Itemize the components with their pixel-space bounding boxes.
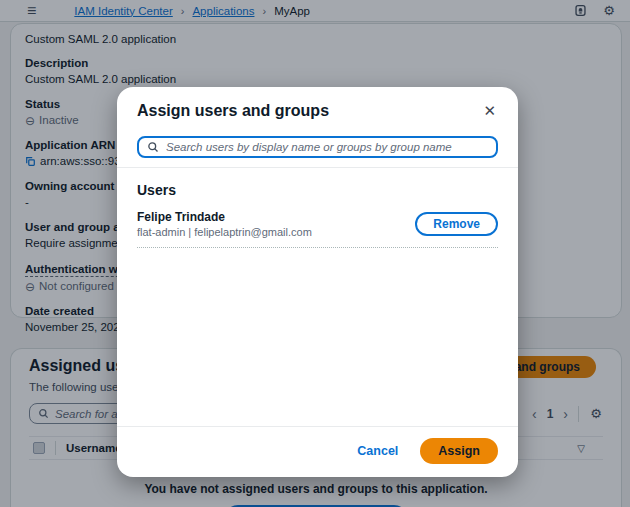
- modal-footer: Cancel Assign: [117, 426, 518, 477]
- search-icon: [147, 141, 159, 153]
- user-name: Felipe Trindade: [137, 210, 415, 224]
- assign-button[interactable]: Assign: [420, 438, 498, 464]
- modal-spacer: [117, 248, 518, 426]
- user-detail: flat-admin | felipelaptrin@gmail.com: [137, 226, 415, 238]
- user-list-item: Felipe Trindade flat-admin | felipelaptr…: [137, 210, 498, 238]
- close-icon[interactable]: ✕: [481, 101, 498, 120]
- modal-section-divider: [117, 167, 518, 168]
- modal-search-placeholder: Search users by display name or groups b…: [166, 141, 452, 153]
- user-info: Felipe Trindade flat-admin | felipelaptr…: [137, 210, 415, 238]
- modal-header: Assign users and groups ✕: [117, 87, 518, 120]
- cancel-button[interactable]: Cancel: [357, 444, 398, 458]
- modal-search-input[interactable]: Search users by display name or groups b…: [137, 136, 498, 158]
- modal-title: Assign users and groups: [137, 102, 481, 120]
- remove-user-button[interactable]: Remove: [415, 212, 498, 236]
- users-section-title: Users: [137, 182, 498, 198]
- assign-users-groups-modal: Assign users and groups ✕ Search users b…: [117, 87, 518, 477]
